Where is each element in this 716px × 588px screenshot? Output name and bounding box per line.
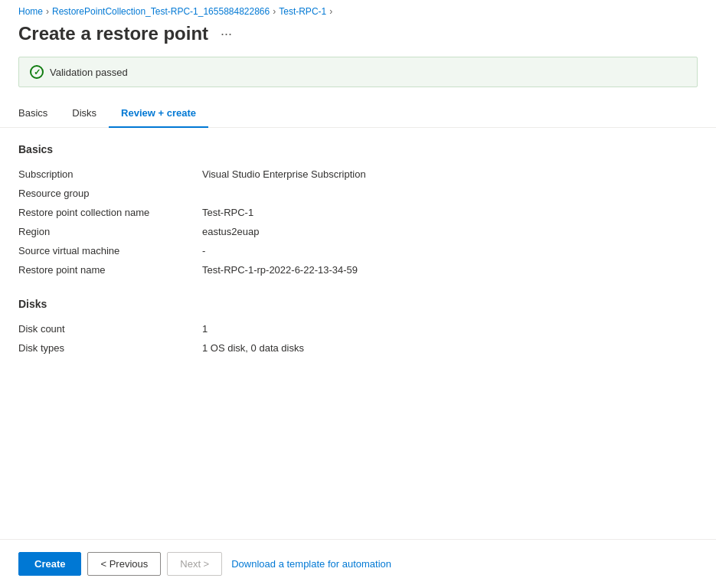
field-label-restore-point-name: Restore point name [18, 260, 202, 279]
validation-message: Validation passed [50, 67, 128, 78]
validation-icon [30, 65, 44, 79]
next-button: Next > [167, 552, 222, 576]
disks-heading: Disks [18, 298, 698, 310]
breadcrumb-rpc[interactable]: Test-RPC-1 [279, 6, 326, 17]
breadcrumb: Home › RestorePointCollection_Test-RPC-1… [0, 0, 716, 20]
field-label-collection-name: Restore point collection name [18, 203, 202, 222]
validation-banner: Validation passed [18, 57, 698, 87]
table-row: Restore point collection name Test-RPC-1 [18, 203, 698, 222]
breadcrumb-sep-3: › [329, 6, 332, 17]
disks-table: Disk count 1 Disk types 1 OS disk, 0 dat… [18, 319, 698, 358]
field-value-restore-point-name: Test-RPC-1-rp-2022-6-22-13-34-59 [202, 260, 698, 279]
page-header: Create a restore point ··· [0, 20, 716, 57]
field-value-source-vm: - [202, 241, 698, 260]
table-row: Restore point name Test-RPC-1-rp-2022-6-… [18, 260, 698, 279]
field-value-subscription: Visual Studio Enterprise Subscription [202, 165, 698, 184]
main-content: Basics Subscription Visual Studio Enterp… [0, 143, 716, 539]
tab-review-create[interactable]: Review + create [109, 100, 208, 128]
field-label-disk-types: Disk types [18, 338, 202, 358]
table-row: Source virtual machine - [18, 241, 698, 260]
previous-button[interactable]: < Previous [87, 552, 161, 576]
field-value-disk-types: 1 OS disk, 0 data disks [202, 338, 698, 358]
breadcrumb-sep-1: › [46, 6, 49, 17]
field-value-resource-group [202, 184, 698, 203]
breadcrumb-sep-2: › [273, 6, 276, 17]
field-label-region: Region [18, 222, 202, 241]
table-row: Resource group [18, 184, 698, 203]
tabs-container: Basics Disks Review + create [0, 100, 716, 128]
table-row: Region eastus2euap [18, 222, 698, 241]
create-button[interactable]: Create [18, 552, 81, 576]
field-label-disk-count: Disk count [18, 319, 202, 338]
field-label-source-vm: Source virtual machine [18, 241, 202, 260]
footer: Create < Previous Next > Download a temp… [0, 539, 716, 588]
table-row: Disk count 1 [18, 319, 698, 338]
tab-disks[interactable]: Disks [60, 100, 109, 128]
field-value-disk-count: 1 [202, 319, 698, 338]
download-automation-link[interactable]: Download a template for automation [228, 558, 394, 570]
table-row: Subscription Visual Studio Enterprise Su… [18, 165, 698, 184]
basics-section: Basics Subscription Visual Studio Enterp… [18, 143, 698, 279]
breadcrumb-collection[interactable]: RestorePointCollection_Test-RPC-1_165588… [52, 6, 270, 17]
breadcrumb-home[interactable]: Home [18, 6, 43, 17]
field-label-resource-group: Resource group [18, 184, 202, 203]
field-value-region: eastus2euap [202, 222, 698, 241]
field-label-subscription: Subscription [18, 165, 202, 184]
basics-heading: Basics [18, 143, 698, 155]
disks-section: Disks Disk count 1 Disk types 1 OS disk,… [18, 298, 698, 358]
more-options-button[interactable]: ··· [216, 24, 237, 44]
basics-table: Subscription Visual Studio Enterprise Su… [18, 165, 698, 279]
table-row: Disk types 1 OS disk, 0 data disks [18, 338, 698, 358]
page-title: Create a restore point [18, 23, 208, 44]
tab-basics[interactable]: Basics [18, 100, 60, 128]
field-value-collection-name: Test-RPC-1 [202, 203, 698, 222]
